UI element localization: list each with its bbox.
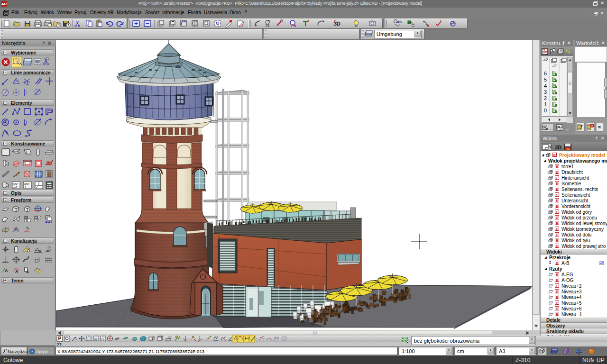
- svg-text:..: ..: [558, 351, 560, 355]
- svg-text:..: ..: [595, 351, 597, 355]
- svg-text:..: ..: [570, 351, 571, 355]
- svg-text:...: ...: [566, 126, 570, 131]
- svg-text:...: ...: [549, 126, 553, 131]
- svg-text:AR: AR: [1, 2, 7, 6]
- svg-text:0: 0: [544, 108, 547, 113]
- svg-text:P: P: [58, 336, 62, 341]
- svg-text:n: n: [39, 77, 41, 80]
- svg-text:Σ: Σ: [25, 185, 27, 189]
- svg-text:6: 6: [544, 71, 547, 76]
- svg-text:4: 4: [544, 83, 547, 89]
- svg-text:3D: 3D: [555, 145, 561, 150]
- svg-text:P: P: [557, 125, 560, 130]
- svg-text:..: ..: [583, 351, 585, 355]
- svg-text:A: A: [5, 268, 8, 273]
- svg-text:3D: 3D: [334, 21, 340, 27]
- svg-text:m2: m2: [13, 186, 18, 189]
- svg-text:3: 3: [544, 89, 547, 95]
- svg-text:abc: abc: [13, 182, 18, 186]
- svg-text:P: P: [268, 20, 270, 23]
- svg-text:PDF: PDF: [566, 147, 570, 150]
- svg-text:=: =: [598, 125, 601, 130]
- svg-text:db: db: [397, 20, 402, 24]
- svg-text:1: 1: [544, 101, 547, 107]
- svg-text:5: 5: [544, 77, 547, 82]
- svg-text:2: 2: [544, 95, 547, 101]
- svg-text:A: A: [15, 269, 18, 274]
- svg-text:A: A: [26, 270, 29, 274]
- svg-text:..: ..: [547, 351, 549, 355]
- svg-text:!: !: [38, 270, 39, 273]
- svg-text:31: 31: [266, 23, 270, 27]
- svg-text:A•B: A•B: [45, 220, 52, 224]
